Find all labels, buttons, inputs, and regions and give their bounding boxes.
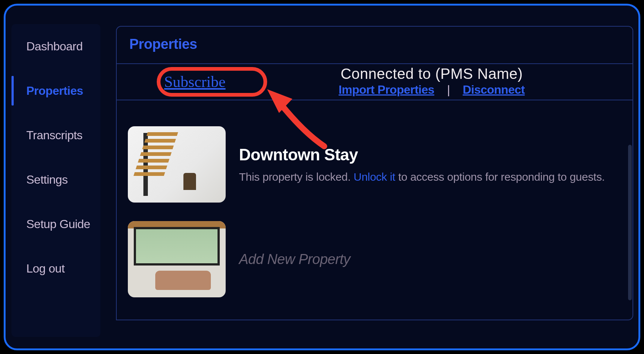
properties-toolbar: Subscribe Connected to (PMS Name) Import… <box>117 63 633 100</box>
sidebar-item-properties[interactable]: Properties <box>11 69 100 113</box>
subscribe-wrap: Subscribe <box>164 73 226 91</box>
properties-list: Downtown Stay This property is locked. U… <box>117 100 633 306</box>
locked-text-suffix: to access options for responding to gues… <box>395 171 605 183</box>
property-locked-message: This property is locked. Unlock it to ac… <box>239 171 605 183</box>
property-thumbnail[interactable] <box>128 126 226 203</box>
page-title: Properties <box>117 27 633 63</box>
property-name: Downtown Stay <box>239 146 605 164</box>
unlock-link[interactable]: Unlock it <box>353 171 395 183</box>
sidebar-item-label: Properties <box>26 84 83 98</box>
property-row: Downtown Stay This property is locked. U… <box>128 126 621 203</box>
sidebar-item-label: Dashboard <box>26 40 83 53</box>
pms-links: Import Properties | Disconnect <box>302 83 561 97</box>
scrollbar[interactable] <box>628 145 632 300</box>
sidebar: Dashboard Properties Transcripts Setting… <box>11 24 100 337</box>
property-info: Downtown Stay This property is locked. U… <box>239 146 605 183</box>
subscribe-link[interactable]: Subscribe <box>164 73 226 90</box>
sidebar-item-label: Log out <box>26 262 64 275</box>
add-property-thumbnail[interactable] <box>128 221 226 297</box>
thumbnail-decor <box>183 173 196 190</box>
add-property-row[interactable]: Add New Property <box>128 221 621 297</box>
sidebar-item-settings[interactable]: Settings <box>11 157 100 202</box>
add-property-label: Add New Property <box>239 251 350 267</box>
pms-block: Connected to (PMS Name) Import Propertie… <box>302 66 561 97</box>
import-properties-link[interactable]: Import Properties <box>339 83 434 96</box>
app-frame: Dashboard Properties Transcripts Setting… <box>4 4 640 350</box>
locked-text-prefix: This property is locked. <box>239 171 353 183</box>
disconnect-link[interactable]: Disconnect <box>463 83 525 96</box>
sidebar-item-label: Setup Guide <box>26 217 90 231</box>
thumbnail-decor <box>155 271 211 290</box>
sidebar-item-logout[interactable]: Log out <box>11 246 100 291</box>
sidebar-item-label: Settings <box>26 173 68 187</box>
sidebar-item-label: Transcripts <box>26 128 83 142</box>
sidebar-item-dashboard[interactable]: Dashboard <box>11 24 100 69</box>
main-panel: Properties Subscribe Connected to (PMS N… <box>116 26 633 320</box>
sidebar-item-setup-guide[interactable]: Setup Guide <box>11 202 100 246</box>
pms-connected-label: Connected to (PMS Name) <box>302 66 561 82</box>
sidebar-item-transcripts[interactable]: Transcripts <box>11 113 100 157</box>
thumbnail-decor <box>134 227 220 266</box>
pms-separator: | <box>447 83 450 96</box>
